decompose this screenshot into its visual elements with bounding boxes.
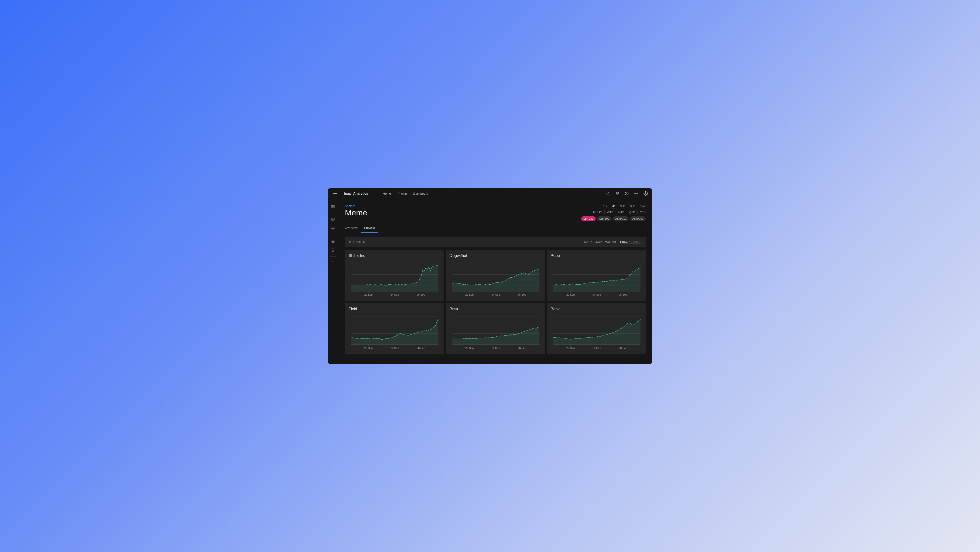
svg-text:22 Sep: 22 Sep (465, 293, 474, 296)
svg-text:24 Sep: 24 Sep (391, 347, 399, 349)
info-icon[interactable] (625, 191, 629, 195)
target-icon[interactable] (329, 237, 337, 245)
range-90d[interactable]: 90D (628, 204, 638, 208)
svg-text:24 Sep: 24 Sep (593, 293, 601, 296)
chart-area: 22 Sep24 Sep26 Sep (348, 261, 440, 298)
chart-card[interactable]: Floki22 Sep24 Sep26 Sep (345, 303, 444, 354)
chart-area: 22 Sep24 Sep26 Sep (550, 261, 642, 298)
svg-rect-9 (333, 207, 334, 208)
svg-text:22 Sep: 22 Sep (566, 293, 575, 296)
menu-icon[interactable] (332, 191, 337, 196)
range-1d[interactable]: 1D (601, 204, 609, 208)
svg-rect-8 (332, 207, 333, 208)
range-today[interactable]: TODAY (590, 210, 605, 214)
brand-light: Inuali (344, 192, 353, 195)
pill-ltr-100[interactable]: LTR-100 (581, 216, 596, 221)
sort-price-change[interactable]: PRICE CHANGE (620, 240, 641, 244)
globe-icon[interactable] (329, 224, 337, 232)
svg-rect-7 (333, 205, 334, 206)
svg-point-2 (627, 192, 627, 193)
chart-area: 22 Sep24 Sep26 Sep (450, 315, 541, 352)
chart-title: Bonk (550, 307, 642, 311)
chart-grid: Shiba Inu22 Sep24 Sep26 SepDogwifhat22 S… (345, 250, 646, 354)
pill-asma-50[interactable]: ASMA-50 (630, 216, 646, 221)
breadcrumb: Sectors / (345, 204, 367, 208)
topbar-actions (606, 191, 648, 196)
search-icon[interactable] (606, 191, 610, 195)
svg-text:26 Sep: 26 Sep (417, 293, 425, 296)
results-toolbar: 9 RESULTS MARKETCAPVOLUMEPRICE CHANGE (345, 237, 646, 247)
user-icon[interactable] (643, 191, 648, 196)
tab-preview[interactable]: Preview (361, 224, 378, 233)
sort-options: MARKETCAPVOLUMEPRICE CHANGE (584, 240, 641, 244)
top-nav: Home Pricing Dashboard (383, 192, 428, 195)
time-range-block: 1D7D30D90D12M TODAYWTDMTDQTDYTD LTR-100L… (581, 204, 646, 221)
svg-text:24 Sep: 24 Sep (391, 293, 399, 296)
topbar: Inuali Analytics Home Pricing Dashboard (328, 188, 652, 199)
page-header: Sectors / Meme 1D7D30D90D12M TODAYWTDMTD… (345, 204, 646, 221)
chart-area: 22 Sep24 Sep26 Sep (550, 315, 642, 352)
nav-dashboard[interactable]: Dashboard (413, 192, 428, 195)
theme-icon[interactable] (634, 191, 638, 195)
results-count: 9 RESULTS (349, 240, 365, 244)
chart-title: Dogwifhat (450, 254, 541, 258)
brand-bold: Analytics (353, 192, 368, 195)
page-title: Meme (345, 208, 367, 217)
range-7d[interactable]: 7D (609, 204, 617, 208)
cursor-icon[interactable] (615, 191, 619, 195)
range-30d[interactable]: 30D (618, 204, 628, 208)
view-tabs: Overview Preview (345, 224, 646, 233)
pill-asma-10[interactable]: ASMA-10 (613, 216, 628, 221)
svg-point-5 (645, 192, 646, 194)
sidebar-separator (330, 235, 336, 235)
svg-text:26 Sep: 26 Sep (619, 293, 627, 296)
grid-icon[interactable] (329, 203, 337, 211)
chart-title: Shiba Inu (348, 254, 440, 258)
chart-title: Floki (348, 307, 440, 311)
chart-card[interactable]: Bonk22 Sep24 Sep26 Sep (547, 303, 646, 354)
logout-icon[interactable] (329, 259, 337, 267)
chart-card[interactable]: Dogwifhat22 Sep24 Sep26 Sep (446, 250, 545, 301)
pill-ltr-300[interactable]: LTR-300 (597, 216, 612, 221)
sort-marketcap[interactable]: MARKETCAP (584, 240, 602, 244)
chart-card[interactable]: Brett22 Sep24 Sep26 Sep (446, 303, 545, 354)
chart-title: Pepe (550, 254, 642, 258)
range-qtd[interactable]: QTD (627, 210, 638, 214)
range-wtd[interactable]: WTD (605, 210, 616, 214)
svg-point-3 (635, 193, 637, 194)
svg-text:24 Sep: 24 Sep (492, 293, 500, 296)
svg-text:26 Sep: 26 Sep (518, 293, 526, 296)
time-range-row-2: TODAYWTDMTDQTDYTD (590, 210, 646, 214)
sort-volume[interactable]: VOLUME (605, 240, 617, 244)
range-mtd[interactable]: MTD (616, 210, 627, 214)
main-content: Sectors / Meme 1D7D30D90D12M TODAYWTDMTD… (338, 199, 652, 364)
breadcrumb-sep: / (358, 204, 359, 208)
sidebar-separator (330, 213, 336, 213)
sidebar-separator (330, 256, 336, 257)
svg-text:24 Sep: 24 Sep (492, 347, 500, 349)
range-12m[interactable]: 12M (638, 204, 646, 208)
svg-text:24 Sep: 24 Sep (593, 347, 601, 349)
nav-home[interactable]: Home (383, 192, 391, 195)
svg-point-0 (607, 192, 609, 194)
tab-overview[interactable]: Overview (345, 224, 361, 233)
document-icon[interactable] (329, 246, 337, 254)
chart-area: 22 Sep24 Sep26 Sep (450, 261, 541, 298)
screen-icon[interactable] (329, 216, 337, 224)
svg-text:26 Sep: 26 Sep (619, 347, 627, 349)
svg-text:22 Sep: 22 Sep (364, 293, 372, 296)
indicator-pills: LTR-100LTR-300ASMA-10ASMA-50 (581, 216, 646, 221)
chart-area: 22 Sep24 Sep26 Sep (348, 315, 440, 352)
range-ytd[interactable]: YTD (638, 210, 646, 214)
nav-pricing[interactable]: Pricing (398, 192, 407, 195)
brand: Inuali Analytics (344, 192, 368, 195)
chart-title: Brett (450, 307, 541, 311)
breadcrumb-root[interactable]: Sectors (345, 204, 355, 208)
svg-text:22 Sep: 22 Sep (364, 347, 372, 349)
svg-text:22 Sep: 22 Sep (566, 347, 575, 349)
chart-card[interactable]: Pepe22 Sep24 Sep26 Sep (547, 250, 646, 301)
svg-text:26 Sep: 26 Sep (518, 347, 526, 349)
svg-rect-6 (332, 205, 333, 206)
chart-card[interactable]: Shiba Inu22 Sep24 Sep26 Sep (345, 250, 444, 301)
app-window: Inuali Analytics Home Pricing Dashboard (328, 188, 652, 364)
